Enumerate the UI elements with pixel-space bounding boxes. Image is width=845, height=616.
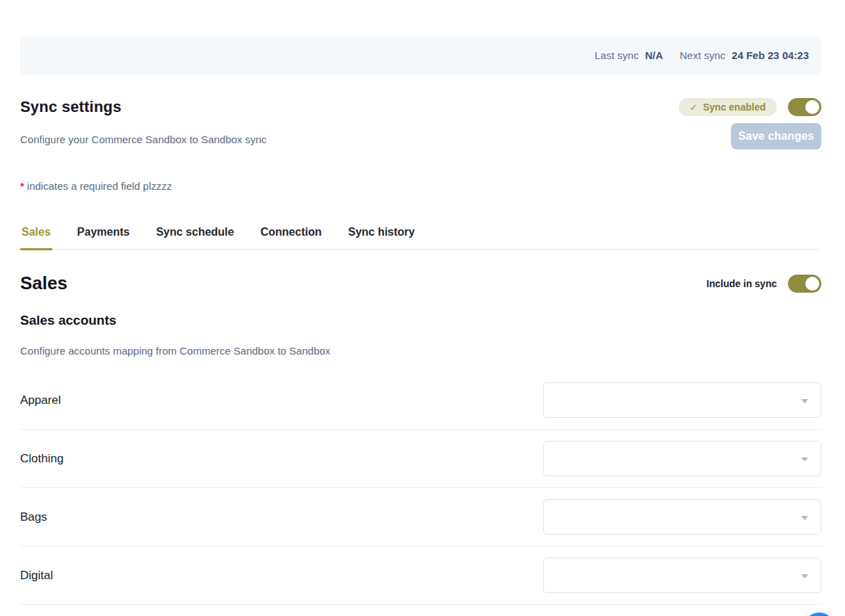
toggle-knob [805,277,819,291]
next-sync-group: Next sync 24 Feb 23 04:23 [679,49,809,61]
sales-section-title: Sales [20,273,67,294]
chevron-down-icon [801,399,808,403]
chevron-down-icon [801,516,808,520]
page-header: Sync settings Configure your Commerce Sa… [20,98,821,149]
account-row-label: Bags [20,510,47,524]
account-select-bags[interactable] [543,499,821,535]
last-sync-label: Last sync [595,49,638,61]
last-sync-value: N/A [645,49,663,61]
sync-enabled-toggle[interactable] [788,98,821,116]
account-select-clothing[interactable] [543,441,821,476]
account-row-label: Clothing [20,452,63,466]
page-header-right: ✓ Sync enabled Save changes [679,98,821,149]
account-row-label: Digital [20,569,53,583]
page-subtitle: Configure your Commerce Sandbox to Sandb… [20,133,266,145]
account-select-apparel[interactable] [543,382,821,418]
account-row-clothing: Clothing [20,430,821,488]
toggle-knob [805,100,819,114]
next-sync-label: Next sync [679,49,725,61]
tab-connection[interactable]: Connection [259,226,323,249]
sales-section-header: Sales Include in sync [20,273,821,294]
next-sync-value: 24 Feb 23 04:23 [732,49,809,61]
required-note-text: indicates a required field plzzzz [27,180,172,192]
page-title: Sync settings [20,98,266,116]
required-field-note: *indicates a required field plzzzz [20,180,821,192]
tab-payments[interactable]: Payments [76,226,131,249]
include-in-sync-label: Include in sync [707,278,777,289]
sync-status-bar: Last sync N/A Next sync 24 Feb 23 04:23 [20,35,821,75]
page-header-left: Sync settings Configure your Commerce Sa… [20,98,266,145]
tab-sync-history[interactable]: Sync history [346,226,416,249]
sales-accounts-subtitle: Configure accounts mapping from Commerce… [20,345,821,357]
settings-tabs: SalesPaymentsSync scheduleConnectionSync… [20,226,821,250]
tab-sync-schedule[interactable]: Sync schedule [154,226,235,249]
account-row-digital: Digital [20,546,821,605]
account-row-hardware: Hardware [20,605,821,616]
account-row-label: Apparel [20,394,61,407]
tab-sales[interactable]: Sales [20,226,52,250]
chevron-down-icon [801,457,808,462]
chevron-down-icon [801,574,808,578]
sync-settings-page: Last sync N/A Next sync 24 Feb 23 04:23 … [0,35,845,616]
sync-enabled-badge: ✓ Sync enabled [679,98,777,116]
check-icon: ✓ [690,102,698,113]
last-sync-group: Last sync N/A [595,49,663,61]
required-asterisk: * [20,180,24,192]
account-mapping-rows: ApparelClothingBagsDigitalHardware [20,371,821,616]
include-in-sync-toggle[interactable] [788,275,821,293]
account-row-bags: Bags [20,488,821,546]
sales-accounts-title: Sales accounts [20,313,821,328]
account-row-apparel: Apparel [20,371,821,430]
account-select-digital[interactable] [543,558,821,593]
sync-enabled-badge-label: Sync enabled [703,102,766,113]
save-changes-button[interactable]: Save changes [731,123,821,149]
